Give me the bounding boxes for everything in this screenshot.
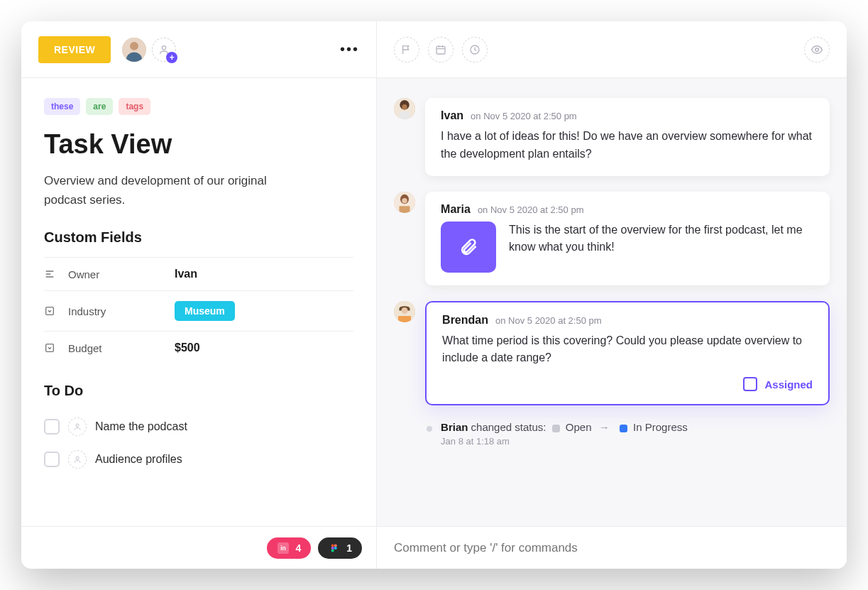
svg-point-1 [130,41,138,50]
tag[interactable]: are [86,98,113,115]
tag[interactable]: tags [119,98,150,115]
todo-text[interactable]: Audience profiles [95,453,182,466]
activity-text: Brian changed status: Open → In Progress [441,421,688,433]
comment: Maria on Nov 5 2020 at 2:50 pm This is t… [394,192,830,285]
comment-timestamp: on Nov 5 2020 at 2:50 pm [471,111,577,121]
flag-icon [401,44,412,55]
eye-icon [811,43,823,56]
svg-rect-21 [398,316,411,322]
todo-checkbox[interactable] [44,419,60,435]
todo-item: Name the podcast [44,410,353,443]
svg-rect-14 [400,112,410,120]
composer [376,526,847,569]
comment: Ivan on Nov 5 2020 at 2:50 pm I have a l… [394,98,830,176]
field-value-badge[interactable]: Museum [175,301,235,321]
task-details-panel: these are tags Task View Overview and de… [21,78,376,526]
comment-body: What time period is this covering? Could… [442,332,813,368]
invision-attachment-pill[interactable]: in 4 [267,537,311,559]
comment-timestamp: on Nov 5 2020 at 2:50 pm [478,204,584,215]
comment-avatar[interactable] [394,301,415,322]
svg-point-20 [402,307,408,314]
todo-text[interactable]: Name the podcast [95,420,187,433]
add-assignee-button[interactable]: + [152,38,176,62]
assignee-avatar[interactable] [122,38,146,62]
comment-author: Maria [441,203,471,216]
figma-icon [328,542,341,555]
attachment-thumbnail[interactable] [441,222,496,273]
svg-point-6 [815,48,819,51]
comments-panel: Ivan on Nov 5 2020 at 2:50 pm I have a l… [376,78,847,526]
todo-item: Audience profiles [44,443,353,476]
svg-text:in: in [281,545,287,552]
task-title[interactable]: Task View [44,129,353,160]
svg-point-26 [331,546,334,549]
invision-icon: in [277,542,290,555]
activity-timestamp: Jan 8 at 1:18 am [441,436,688,447]
dropdown-icon [44,305,55,317]
assigned-label: Assigned [764,378,813,390]
checkbox-icon [743,377,757,391]
field-label: Industry [68,305,167,317]
paperclip-icon [458,237,478,257]
comment-avatar[interactable] [394,98,415,119]
status-dot-progress-icon [620,425,627,432]
tag[interactable]: these [44,98,80,115]
task-description[interactable]: Overview and development of our original… [44,171,300,209]
activity-item: Brian changed status: Open → In Progress… [427,421,830,447]
watch-button[interactable] [804,37,830,62]
field-row-budget: Budget $500 [44,332,353,364]
text-lines-icon [44,268,55,280]
svg-point-27 [334,546,337,549]
svg-rect-4 [436,46,445,54]
comment-author: Brendan [442,314,488,327]
date-button[interactable] [428,37,454,62]
person-icon [394,301,415,322]
todo-heading: To Do [44,383,353,399]
todo-assignee-button[interactable] [68,417,87,436]
assigned-toggle[interactable]: Assigned [442,377,813,391]
person-icon [73,422,82,431]
right-header [376,21,847,78]
svg-point-24 [331,544,334,547]
field-label: Budget [68,342,167,354]
svg-point-10 [76,457,79,459]
comment-bubble[interactable]: Ivan on Nov 5 2020 at 2:50 pm I have a l… [425,98,830,176]
activity-dot-icon [427,426,432,432]
todo-assignee-button[interactable] [68,450,87,469]
svg-rect-18 [400,206,410,213]
todo-list: Name the podcast Audience profiles [44,410,353,476]
left-footer: in 4 1 [21,526,376,569]
figma-attachment-pill[interactable]: 1 [318,537,362,559]
arrow-right-icon: → [599,421,610,433]
person-icon [394,98,415,119]
field-value[interactable]: Ivan [175,268,353,280]
flag-button[interactable] [394,37,419,62]
attachment-count: 1 [346,542,352,554]
comment-bubble[interactable]: Maria on Nov 5 2020 at 2:50 pm This is t… [425,192,830,285]
svg-point-3 [163,45,166,49]
plus-badge-icon: + [166,52,177,63]
dropdown-icon [44,342,55,354]
field-row-industry: Industry Museum [44,291,353,332]
svg-rect-8 [46,344,54,352]
person-icon [122,38,146,62]
todo-checkbox[interactable] [44,452,60,467]
comment-input[interactable] [394,541,830,555]
comment-body: I have a lot of ideas for this! Do we ha… [441,128,814,163]
comment-author: Ivan [441,109,463,122]
comment: Brendan on Nov 5 2020 at 2:50 pm What ti… [394,301,830,406]
more-options-button[interactable]: ••• [340,41,359,58]
svg-point-28 [331,549,334,552]
svg-point-25 [334,544,337,547]
clock-icon [469,44,480,55]
field-value[interactable]: $500 [175,342,353,354]
comment-avatar[interactable] [394,192,415,213]
svg-point-13 [402,104,407,110]
person-icon [73,455,82,464]
person-icon [394,192,415,213]
status-pill[interactable]: REVIEW [38,36,111,63]
custom-fields-heading: Custom Fields [44,229,353,246]
comment-bubble-assigned[interactable]: Brendan on Nov 5 2020 at 2:50 pm What ti… [425,301,830,406]
task-app: REVIEW + ••• these are tags [21,21,847,569]
time-button[interactable] [462,37,488,62]
